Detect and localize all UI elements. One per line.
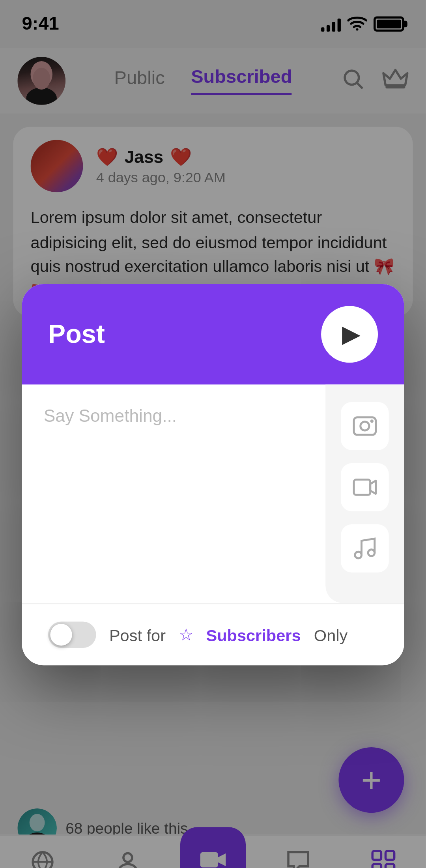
svg-point-11 bbox=[368, 550, 375, 556]
send-arrow-icon: ▶ bbox=[342, 320, 361, 348]
only-label: Only bbox=[314, 625, 348, 644]
svg-point-10 bbox=[355, 552, 362, 558]
svg-rect-9 bbox=[354, 480, 370, 495]
send-button[interactable]: ▶ bbox=[321, 306, 378, 363]
post-text-area[interactable]: Say Something... bbox=[22, 385, 325, 603]
modal-body: Say Something... bbox=[22, 385, 404, 603]
media-buttons bbox=[325, 385, 404, 603]
svg-point-8 bbox=[370, 419, 374, 423]
star-icon: ☆ bbox=[179, 625, 193, 645]
svg-point-7 bbox=[361, 422, 369, 430]
modal-footer: Post for ☆ Subscribers Only bbox=[22, 603, 404, 665]
music-button[interactable] bbox=[341, 524, 389, 572]
post-placeholder: Say Something... bbox=[44, 406, 177, 425]
photo-button[interactable] bbox=[341, 402, 389, 450]
screen: 9:41 bbox=[0, 0, 426, 868]
video-button[interactable] bbox=[341, 463, 389, 511]
subscribers-toggle[interactable] bbox=[48, 622, 96, 648]
subscribers-link[interactable]: Subscribers bbox=[206, 625, 301, 644]
modal-title: Post bbox=[48, 319, 105, 350]
post-for-label: Post for bbox=[109, 625, 166, 644]
post-modal: Post ▶ Say Something... bbox=[22, 284, 404, 665]
modal-header: Post ▶ bbox=[22, 284, 404, 385]
